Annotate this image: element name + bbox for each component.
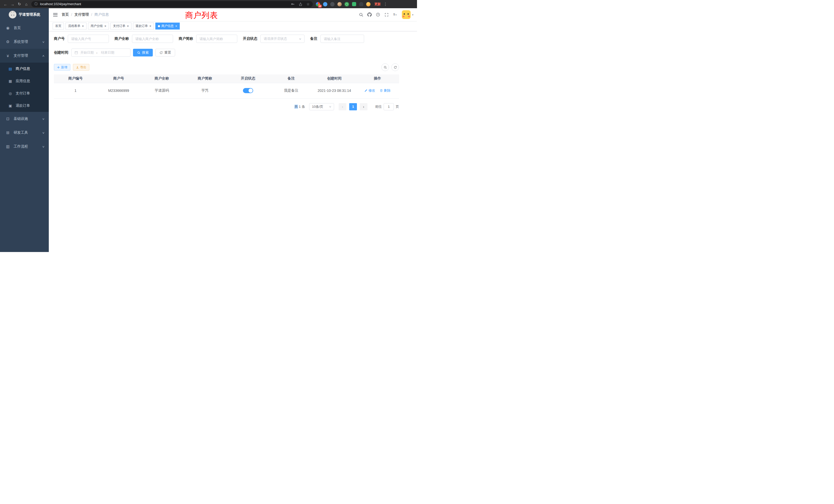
user-avatar[interactable]: ▾ bbox=[402, 10, 413, 19]
extension-icon[interactable] bbox=[358, 1, 365, 8]
app-grid-icon: ▦ bbox=[8, 79, 13, 83]
breadcrumb: 首页 / 支付管理 / 商户信息 bbox=[62, 12, 109, 17]
chevron-down-icon: ∨ bbox=[42, 145, 45, 148]
sidebar-item-label: 商户信息 bbox=[16, 66, 30, 71]
sidebar-item-merchant-info[interactable]: ▤ 商户信息 bbox=[0, 63, 49, 75]
page-size-select[interactable]: 10条/页 ∨ bbox=[309, 103, 334, 110]
short-name-input[interactable] bbox=[196, 35, 237, 43]
remark-input[interactable] bbox=[321, 35, 364, 43]
extension-icon[interactable] bbox=[351, 1, 357, 8]
prev-page-button[interactable]: ‹ bbox=[339, 103, 346, 110]
sidebar-item-label: 支付管理 bbox=[14, 53, 28, 58]
pagination-total: 共1条 bbox=[294, 105, 306, 109]
date-start-placeholder[interactable]: 开始日期 bbox=[80, 50, 94, 55]
tab-refund-order[interactable]: 退款订单 × bbox=[133, 23, 154, 29]
column-header: 商户编号 bbox=[54, 74, 97, 83]
refresh-button[interactable] bbox=[391, 63, 399, 71]
tab-merchant-info[interactable]: 商户信息 × bbox=[155, 23, 180, 29]
sidebar-item-refund-order[interactable]: ▣ 退款订单 bbox=[0, 99, 49, 112]
svg-text:?: ? bbox=[377, 14, 379, 16]
reset-button[interactable]: 重置 bbox=[155, 49, 175, 56]
monitor-icon: ⊡ bbox=[5, 116, 10, 121]
browser-chrome: ← → ↻ ⌂ ⓘ localhost:1024/pay/merchant ☆ … bbox=[0, 0, 417, 8]
logo-image bbox=[9, 11, 17, 19]
browser-back-button[interactable]: ← bbox=[2, 1, 9, 8]
tab-user-group[interactable]: 用户分组 × bbox=[88, 23, 109, 29]
tab-home[interactable]: 首页 bbox=[53, 23, 64, 29]
tab-close-icon[interactable]: × bbox=[105, 24, 107, 28]
merchant-no-input[interactable] bbox=[68, 35, 109, 43]
next-page-button[interactable]: › bbox=[360, 103, 368, 110]
add-button[interactable]: 新增 bbox=[54, 64, 70, 71]
extension-icon[interactable] bbox=[329, 1, 336, 8]
column-header: 商户简称 bbox=[183, 74, 226, 83]
tab-pay-order[interactable]: 支付订单 × bbox=[110, 23, 131, 29]
toggle-search-button[interactable] bbox=[381, 63, 389, 71]
hamburger-icon bbox=[53, 13, 58, 17]
sidebar-group-payment[interactable]: ¥ 支付管理 ∧ bbox=[0, 49, 49, 63]
github-icon[interactable] bbox=[366, 8, 374, 21]
sidebar-item-home[interactable]: ◉ 首页 bbox=[0, 21, 49, 35]
svg-text:T: T bbox=[395, 14, 397, 16]
hamburger-menu-button[interactable] bbox=[49, 8, 62, 21]
delete-button[interactable]: 删除 bbox=[380, 88, 391, 93]
search-button[interactable]: 搜索 bbox=[133, 49, 153, 56]
help-icon[interactable]: ? bbox=[374, 8, 382, 21]
page-size-value: 10条/页 bbox=[312, 105, 323, 109]
breadcrumb-separator: / bbox=[91, 13, 92, 17]
date-range-picker[interactable]: 开始日期 - 结束日期 bbox=[71, 48, 130, 57]
tab-close-icon[interactable]: × bbox=[127, 24, 129, 28]
sidebar-item-devtools[interactable]: ⊞ 研发工具 ∨ bbox=[0, 126, 49, 140]
sidebar-item-system[interactable]: ⚙ 系统管理 ∨ bbox=[0, 35, 49, 49]
extension-icon[interactable] bbox=[336, 1, 343, 8]
chevron-down-icon: ∨ bbox=[42, 131, 45, 134]
page-number-button[interactable]: 1 bbox=[349, 103, 357, 110]
status-select[interactable]: 请选择开启状态 ∨ bbox=[260, 35, 305, 43]
extension-icon[interactable] bbox=[365, 1, 372, 8]
tab-close-icon[interactable]: × bbox=[82, 24, 84, 28]
tab-flow-form[interactable]: 流程表单 × bbox=[65, 23, 87, 29]
filter-form-row-1: 商户号 商户全称 商户简称 开启状态 请选择开启状态 bbox=[54, 35, 399, 43]
full-name-input[interactable] bbox=[132, 35, 173, 43]
font-size-icon[interactable]: TT bbox=[391, 8, 399, 21]
extension-icon[interactable]: 10 bbox=[314, 1, 322, 8]
chevron-down-icon: ▾ bbox=[412, 13, 413, 16]
extension-icon[interactable] bbox=[343, 1, 350, 8]
search-icon[interactable] bbox=[357, 8, 366, 21]
status-toggle[interactable] bbox=[243, 88, 253, 93]
tab-close-icon[interactable]: × bbox=[150, 24, 152, 28]
cell-short-name: 芋艿 bbox=[183, 83, 226, 98]
browser-reload-button[interactable]: ↻ bbox=[16, 1, 23, 8]
edit-button[interactable]: 修改 bbox=[364, 88, 375, 93]
breadcrumb-item[interactable]: 首页 bbox=[62, 12, 69, 17]
extension-icon[interactable] bbox=[322, 1, 329, 8]
bookmark-star-icon[interactable]: ☆ bbox=[306, 2, 310, 6]
sidebar-item-workflow[interactable]: ▥ 工作流程 ∨ bbox=[0, 140, 49, 154]
export-button[interactable]: 导出 bbox=[73, 64, 89, 71]
goto-page-input[interactable] bbox=[383, 103, 394, 110]
browser-forward-button[interactable]: → bbox=[9, 1, 16, 8]
fullscreen-icon[interactable] bbox=[382, 8, 391, 21]
share-icon[interactable] bbox=[299, 2, 303, 6]
delete-button-label: 删除 bbox=[384, 88, 391, 93]
date-end-placeholder[interactable]: 结束日期 bbox=[101, 50, 114, 55]
info-icon[interactable]: ⓘ bbox=[35, 2, 38, 6]
sidebar-item-label: 基础设施 bbox=[14, 116, 28, 121]
breadcrumb-item[interactable]: 支付管理 bbox=[74, 12, 89, 17]
sidebar-item-label: 系统管理 bbox=[14, 40, 28, 44]
key-icon[interactable] bbox=[291, 2, 295, 6]
sidebar-item-pay-order[interactable]: ◎ 支付订单 bbox=[0, 87, 49, 99]
order-icon: ◎ bbox=[8, 91, 13, 95]
merchant-card-icon: ▤ bbox=[8, 67, 13, 71]
page-content: 商户号 商户全称 商户简称 开启状态 请选择开启状态 bbox=[49, 31, 417, 252]
gear-icon: ⚙ bbox=[5, 40, 10, 44]
sidebar-item-app-info[interactable]: ▦ 应用信息 bbox=[0, 75, 49, 87]
sidebar-item-infrastructure[interactable]: ⊡ 基础设施 ∨ bbox=[0, 112, 49, 126]
app-logo[interactable]: 芋道管理系统 bbox=[0, 8, 49, 21]
browser-update-button[interactable]: 更新 bbox=[374, 2, 381, 6]
browser-home-button[interactable]: ⌂ bbox=[23, 1, 30, 8]
tab-close-icon[interactable]: × bbox=[175, 24, 177, 28]
column-header: 开启状态 bbox=[226, 74, 270, 83]
browser-menu-icon[interactable]: ⋮ bbox=[383, 2, 388, 6]
address-bar[interactable]: ⓘ localhost:1024/pay/merchant ☆ bbox=[31, 1, 313, 7]
